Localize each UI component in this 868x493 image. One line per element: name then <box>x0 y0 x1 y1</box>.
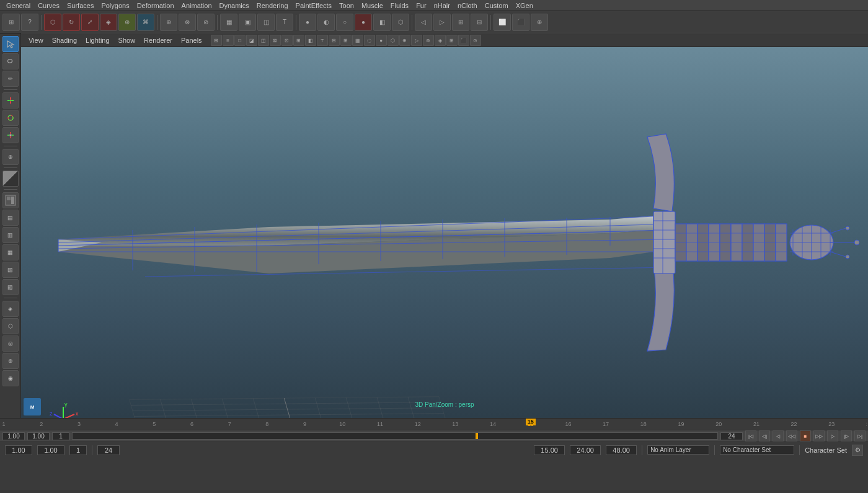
vm-icon-13[interactable]: ◌ <box>364 35 375 46</box>
frame-number-6[interactable]: 6 <box>190 421 193 427</box>
range-start-input[interactable] <box>2 432 25 440</box>
frame-number-18[interactable]: 18 <box>640 421 647 427</box>
total-frames-input[interactable] <box>720 432 743 440</box>
frame-number-14[interactable]: 14 <box>490 421 496 427</box>
menu-curves[interactable]: Curves <box>34 2 63 9</box>
next-keyframe-button[interactable]: |▷ <box>841 430 852 442</box>
next-frame-button[interactable]: ▷ <box>827 430 838 442</box>
frame-number-7[interactable]: 7 <box>228 421 231 427</box>
frame-number-3[interactable]: 3 <box>78 421 81 427</box>
menu-fluids[interactable]: Fluids <box>387 2 412 9</box>
no-anim-layer-dropdown[interactable]: No Anim Layer <box>647 445 709 455</box>
range-end2-input[interactable] <box>606 445 637 455</box>
vm-icon-10[interactable]: T <box>317 35 328 46</box>
frame-number-20[interactable]: 20 <box>715 421 722 427</box>
frame-number-13[interactable]: 13 <box>452 421 458 427</box>
toolbar-icon-24[interactable]: ⬛ <box>512 14 529 31</box>
vm-icon-1[interactable]: ⊞ <box>211 35 222 46</box>
frame-number-24[interactable]: 24 <box>866 421 867 427</box>
toolbar-rotate-icon[interactable]: ↻ <box>63 14 80 31</box>
toolbar-icon-21[interactable]: ⊞ <box>452 14 469 31</box>
stop-button[interactable]: ■ <box>800 430 811 442</box>
toolbar-icon-7[interactable]: ⊗ <box>179 14 196 31</box>
move-tool[interactable] <box>2 92 19 109</box>
menu-dynamics[interactable]: Dynamics <box>216 2 253 9</box>
toolbar-icon-14[interactable]: ◐ <box>317 14 335 31</box>
toolbar-icon-15[interactable]: ○ <box>336 14 353 31</box>
tool-a5[interactable]: ▧ <box>2 262 19 278</box>
viewport-3d[interactable]: x y z 3D Pan/Zoom : persp M <box>21 47 868 418</box>
tool-a1[interactable] <box>2 192 19 208</box>
menu-toon[interactable]: Toon <box>335 2 358 9</box>
go-to-start-button[interactable]: |◁ <box>745 430 756 442</box>
toolbar-icon-17[interactable]: ◧ <box>373 14 391 31</box>
play-back-button[interactable]: ◁◁ <box>786 430 797 442</box>
vm-icon-6[interactable]: ⊠ <box>270 35 281 46</box>
menu-custom[interactable]: Custom <box>481 2 512 9</box>
universal-manipulator[interactable]: ⊕ <box>2 149 19 165</box>
frame-value-input2[interactable] <box>37 445 64 455</box>
frame-number-22[interactable]: 22 <box>791 421 797 427</box>
frame-number-16[interactable]: 16 <box>565 421 571 427</box>
vm-icon-16[interactable]: ⊕ <box>399 35 410 46</box>
menu-deformation[interactable]: Deformation <box>133 2 178 9</box>
toolbar-icon-18[interactable]: ⬡ <box>392 14 409 31</box>
color-swatch[interactable] <box>2 171 19 187</box>
vm-icon-15[interactable]: ⬡ <box>388 35 399 46</box>
current-time-input[interactable] <box>534 445 565 455</box>
menu-rendering[interactable]: Rendering <box>253 2 292 9</box>
vm-icon-11[interactable]: ⊟ <box>329 35 340 46</box>
menu-ncloth[interactable]: nCloth <box>454 2 481 9</box>
frame-step-input[interactable] <box>52 432 69 440</box>
vm-icon-camera[interactable]: ⊙ <box>470 35 481 46</box>
vm-icon-grid[interactable]: ⊞ <box>340 35 352 46</box>
viewport-menu-panels[interactable]: Panels <box>177 35 206 45</box>
toolbar-icon-25[interactable]: ⊕ <box>531 14 548 31</box>
vm-icon-7[interactable]: ⊡ <box>281 35 293 46</box>
vm-icon-12[interactable]: ▦ <box>352 35 363 46</box>
tool-a2[interactable]: ▤ <box>2 210 19 226</box>
select-tool[interactable] <box>2 36 19 52</box>
settings-icon[interactable]: ⚙ <box>852 445 863 456</box>
toolbar-icon-6[interactable]: ⊕ <box>160 14 177 31</box>
toolbar-icon-10[interactable]: ▣ <box>239 14 256 31</box>
no-char-set-dropdown[interactable]: No Character Set <box>720 445 794 455</box>
frame-value-input1[interactable] <box>5 445 32 455</box>
rotate-tool[interactable] <box>2 110 19 126</box>
prev-keyframe-button[interactable]: ◁| <box>759 430 770 442</box>
frame-num-input[interactable] <box>69 445 87 455</box>
vm-icon-21[interactable]: ⬛ <box>458 35 469 46</box>
tool-a3[interactable]: ▥ <box>2 227 19 243</box>
vm-icon-19[interactable]: ◈ <box>435 35 446 46</box>
time-slider[interactable] <box>72 432 718 440</box>
menu-painteffects[interactable]: PaintEffects <box>292 2 336 9</box>
toolbar-icon-8[interactable]: ⊘ <box>197 14 215 31</box>
viewport-menu-renderer[interactable]: Renderer <box>140 35 176 45</box>
toolbar-icon-9[interactable]: ▦ <box>220 14 237 31</box>
toolbar-icon-5[interactable]: ⌘ <box>137 14 154 31</box>
viewport-menu-shading[interactable]: Shading <box>48 35 81 45</box>
menu-surfaces[interactable]: Surfaces <box>63 2 97 9</box>
range-end-input[interactable] <box>27 432 50 440</box>
toolbar-move-icon[interactable]: ⬡ <box>44 14 61 31</box>
menu-animation[interactable]: Animation <box>178 2 216 9</box>
frame-number-10[interactable]: 10 <box>339 421 345 427</box>
viewport-menu-lighting[interactable]: Lighting <box>82 35 113 45</box>
toolbar-icon-20[interactable]: ▷ <box>433 14 451 31</box>
frame-number-17[interactable]: 17 <box>603 421 609 427</box>
frame-number-5[interactable]: 5 <box>153 421 156 427</box>
menu-polygons[interactable]: Polygons <box>97 2 133 9</box>
frame-number-12[interactable]: 12 <box>415 421 421 427</box>
frame-number-21[interactable]: 21 <box>753 421 760 427</box>
toolbar-icon-2[interactable]: ? <box>21 14 38 31</box>
toolbar-icon-22[interactable]: ⊟ <box>471 14 488 31</box>
toolbar-icon-3[interactable]: ◈ <box>100 14 117 31</box>
toolbar-icon-16[interactable]: ● <box>355 14 372 31</box>
viewport-menu-view[interactable]: View <box>25 35 47 45</box>
menu-muscle[interactable]: Muscle <box>358 2 387 9</box>
toolbar-icon-11[interactable]: ◫ <box>257 14 275 31</box>
vm-icon-14[interactable]: ● <box>376 35 387 46</box>
timeline-ruler[interactable]: 1234567891011121314151617181920212223241… <box>0 419 868 430</box>
frame-number-11[interactable]: 11 <box>377 421 383 427</box>
vm-icon-8[interactable]: ⊞ <box>293 35 304 46</box>
